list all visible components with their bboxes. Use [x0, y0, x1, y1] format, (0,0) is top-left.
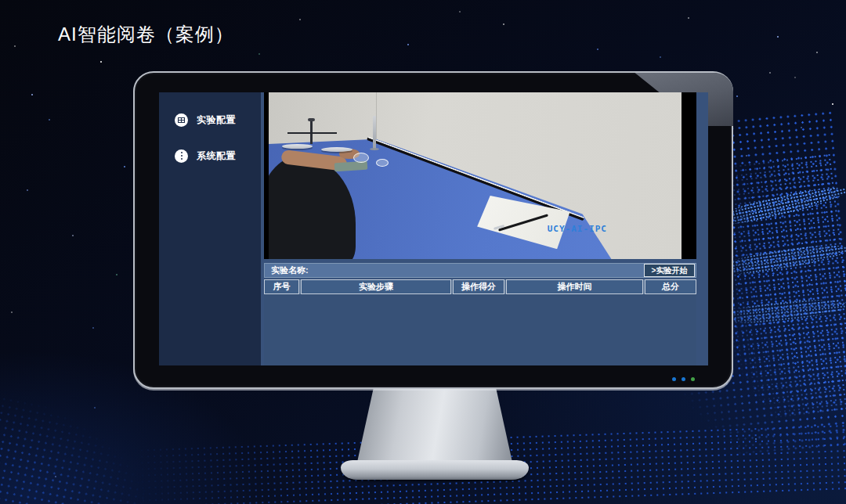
balance-scale-beam: [287, 132, 337, 134]
results-table-body: [264, 294, 696, 365]
graduated-cylinder: [373, 116, 376, 149]
sidebar-item-system-config[interactable]: 系统配置: [159, 144, 261, 167]
vertical-dots-icon: [175, 149, 188, 163]
graduated-cylinder-base: [370, 148, 379, 150]
video-watermark: UCY-AI-IPC: [548, 224, 607, 234]
power-led: [682, 377, 685, 381]
monitor-stand-base: [341, 460, 529, 480]
balance-pan-left: [282, 144, 313, 149]
main-panel: UCY-AI-IPC 实验名称: >实验开始 序号 实验步骤 操作得分 操作时间…: [261, 92, 708, 365]
beaker: [353, 153, 369, 163]
column-header-score: 操作得分: [453, 279, 504, 294]
app-window: 实验配置 系统配置: [159, 92, 708, 365]
column-header-time: 操作时间: [506, 279, 643, 294]
monitor: 实验配置 系统配置: [133, 71, 733, 389]
starfield-dots: [0, 0, 2, 2]
video-player[interactable]: UCY-AI-IPC: [264, 92, 696, 259]
particle-wave-ridge: [714, 295, 846, 328]
sidebar-item-experiment-config[interactable]: 实验配置: [159, 108, 261, 131]
experiment-name-bar: 实验名称: >实验开始: [264, 263, 696, 278]
wall-corner: [376, 92, 377, 142]
sidebar: 实验配置 系统配置: [159, 92, 261, 365]
results-table-header: 序号 实验步骤 操作得分 操作时间 总分: [264, 279, 696, 294]
experiment-name-label: 实验名称:: [271, 265, 309, 276]
page-title: AI智能阅卷（案例）: [58, 22, 234, 47]
monitor-stand-neck: [356, 387, 513, 466]
start-experiment-button[interactable]: >实验开始: [644, 264, 695, 277]
sidebar-item-label: 实验配置: [197, 113, 236, 127]
video-frame: UCY-AI-IPC: [269, 92, 682, 259]
column-header-total: 总分: [645, 279, 696, 294]
power-led: [672, 377, 676, 381]
presentation-slide: AI智能阅卷（案例） 实验配置 系统配置: [0, 0, 846, 504]
monitor-indicator-leds: [672, 377, 695, 381]
power-led: [691, 377, 695, 381]
column-header-index: 序号: [264, 279, 299, 294]
column-header-steps: 实验步骤: [301, 279, 451, 294]
balance-scale-pointer: [308, 118, 315, 121]
sidebar-item-label: 系统配置: [197, 149, 236, 163]
grid-icon: [175, 113, 188, 127]
